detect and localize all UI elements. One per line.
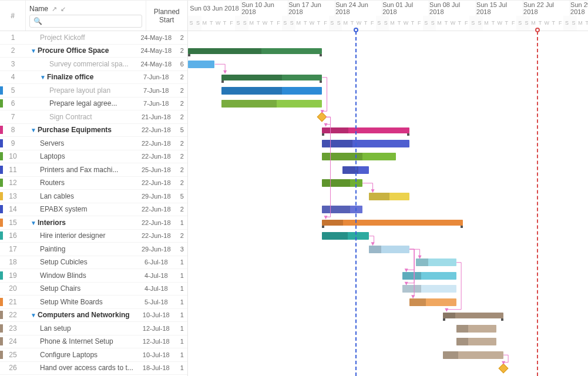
milestone[interactable] bbox=[498, 363, 508, 373]
row-name[interactable]: Routers bbox=[26, 179, 136, 187]
row-duration: 2 bbox=[177, 179, 187, 186]
row-name[interactable]: Lan setup bbox=[26, 324, 136, 333]
row-name[interactable]: Painting bbox=[26, 245, 136, 253]
svg-marker-2 bbox=[324, 123, 327, 127]
row-color-marker bbox=[0, 86, 3, 95]
task-row[interactable]: 16Hire interior designer22-Jun-182 bbox=[0, 230, 187, 243]
row-name[interactable]: ▼Finalize office bbox=[26, 73, 136, 81]
summary-bar[interactable] bbox=[188, 48, 322, 54]
task-row[interactable]: 26Hand over access cards to t...18-Jul-1… bbox=[0, 362, 187, 375]
row-index: 21 bbox=[0, 298, 26, 306]
expand-caret-icon[interactable]: ▼ bbox=[31, 220, 36, 226]
sort-desc-icon[interactable]: ↙ bbox=[61, 5, 66, 13]
task-row[interactable]: 22▼Computers and Networking10-Jul-181 bbox=[0, 309, 187, 323]
task-row[interactable]: 15▼Interiors22-Jun-181 bbox=[0, 216, 187, 230]
row-name[interactable]: Laptops bbox=[26, 152, 136, 160]
task-bar[interactable] bbox=[416, 258, 456, 266]
task-bar[interactable] bbox=[402, 272, 456, 280]
task-row[interactable]: 8▼Purchase Equipments22-Jun-185 bbox=[0, 124, 187, 137]
row-duration: 2 bbox=[177, 140, 187, 147]
task-row[interactable]: 21Setup White Boards5-Jul-181 bbox=[0, 296, 187, 309]
summary-bar[interactable] bbox=[443, 313, 503, 318]
task-row[interactable]: 11Printers and Fax machi...25-Jun-182 bbox=[0, 163, 187, 177]
task-bar[interactable] bbox=[221, 87, 322, 95]
search-input[interactable] bbox=[45, 17, 138, 25]
row-color-marker bbox=[0, 99, 3, 108]
row-name[interactable]: Printers and Fax machi... bbox=[26, 166, 136, 174]
expand-caret-icon[interactable]: ▼ bbox=[31, 312, 36, 318]
task-bar[interactable] bbox=[188, 61, 215, 68]
task-row[interactable]: 14EPABX system22-Jun-182 bbox=[0, 203, 187, 217]
summary-bar[interactable] bbox=[322, 220, 463, 226]
task-row[interactable]: 12Routers22-Jun-182 bbox=[0, 177, 187, 190]
col-planned-start-header[interactable]: Planned Start bbox=[146, 1, 187, 31]
row-duration: 6 bbox=[177, 61, 187, 68]
task-row[interactable]: 25Configure Laptops10-Jul-181 bbox=[0, 348, 187, 362]
row-name[interactable]: Phone & Internet Setup bbox=[26, 337, 136, 345]
task-row[interactable]: 23Lan setup12-Jul-181 bbox=[0, 322, 187, 335]
row-name[interactable]: Setup White Boards bbox=[26, 298, 136, 306]
col-index-header[interactable]: # bbox=[0, 1, 26, 31]
row-name[interactable]: Survey commercial spa... bbox=[26, 60, 136, 68]
expand-caret-icon[interactable]: ▼ bbox=[31, 48, 36, 54]
sort-asc-icon[interactable]: ↗ bbox=[52, 5, 57, 13]
row-name[interactable]: Prepare layout plan bbox=[26, 86, 136, 95]
row-name[interactable]: Lan cables bbox=[26, 192, 136, 200]
summary-bar[interactable] bbox=[221, 75, 322, 80]
task-bar[interactable] bbox=[369, 246, 409, 253]
task-row[interactable]: 4▼Finalize office7-Jun-182 bbox=[0, 71, 187, 85]
task-bar[interactable] bbox=[402, 285, 456, 293]
task-row[interactable]: 20Setup Chairs4-Jul-181 bbox=[0, 283, 187, 296]
task-row[interactable]: 1Project Kickoff24-May-182 bbox=[0, 31, 187, 45]
task-row[interactable]: 24Phone & Internet Setup12-Jul-181 bbox=[0, 335, 187, 349]
search-box[interactable]: 🔍 bbox=[29, 15, 142, 28]
row-name[interactable]: ▼Purchase Equipments bbox=[26, 126, 136, 134]
day-header: T bbox=[550, 16, 557, 31]
row-name[interactable]: Hire interior designer bbox=[26, 231, 136, 240]
progress-overlay bbox=[188, 48, 262, 54]
task-row[interactable]: 2▼Procure Office Space24-May-182 bbox=[0, 45, 187, 58]
row-name[interactable]: Prepare legal agree... bbox=[26, 99, 136, 108]
task-bar[interactable] bbox=[456, 325, 497, 333]
gantt-chart[interactable] bbox=[188, 31, 588, 376]
task-row[interactable]: 3Survey commercial spa...24-May-186 bbox=[0, 58, 187, 71]
row-name[interactable]: Setup Chairs bbox=[26, 284, 136, 293]
row-duration: 2 bbox=[177, 47, 187, 54]
task-bar[interactable] bbox=[443, 351, 503, 359]
task-row[interactable]: 5Prepare layout plan7-Jun-182 bbox=[0, 84, 187, 98]
task-row[interactable]: 7Sign Contract21-Jun-182 bbox=[0, 110, 187, 124]
task-bar[interactable] bbox=[456, 338, 497, 345]
expand-caret-icon[interactable]: ▼ bbox=[31, 127, 36, 133]
row-name[interactable]: Hand over access cards to t... bbox=[26, 364, 136, 372]
row-name[interactable]: ▼Procure Office Space bbox=[26, 46, 136, 55]
task-bar[interactable] bbox=[322, 232, 369, 240]
milestone[interactable] bbox=[317, 112, 327, 122]
row-name[interactable]: ▼Computers and Networking bbox=[26, 311, 136, 319]
summary-bar[interactable] bbox=[322, 127, 409, 133]
row-name[interactable]: Sign Contract bbox=[26, 113, 136, 121]
row-color-marker bbox=[0, 166, 3, 174]
task-bar[interactable] bbox=[369, 193, 409, 200]
task-row[interactable]: 9Servers22-Jun-182 bbox=[0, 137, 187, 150]
expand-caret-icon[interactable]: ▼ bbox=[40, 74, 46, 80]
task-row[interactable]: 18Setup Cubicles6-Jul-181 bbox=[0, 256, 187, 270]
task-row[interactable]: 19Window Blinds4-Jul-181 bbox=[0, 269, 187, 283]
row-name[interactable]: ▼Interiors bbox=[26, 219, 136, 227]
deadline-line bbox=[537, 31, 538, 376]
task-bar[interactable] bbox=[409, 298, 456, 306]
progress-overlay bbox=[221, 75, 282, 80]
task-bar[interactable] bbox=[221, 100, 322, 108]
task-bar[interactable] bbox=[322, 140, 409, 147]
task-row[interactable]: 13Lan cables29-Jun-185 bbox=[0, 190, 187, 203]
task-row[interactable]: 17Painting29-Jun-183 bbox=[0, 243, 187, 256]
task-row[interactable]: 6Prepare legal agree...7-Jun-182 bbox=[0, 98, 187, 111]
row-name[interactable]: Project Kickoff bbox=[26, 33, 136, 42]
task-row[interactable]: 10Laptops22-Jun-182 bbox=[0, 150, 187, 164]
row-name[interactable]: Setup Cubicles bbox=[26, 258, 136, 266]
col-name-label[interactable]: Name bbox=[29, 5, 48, 13]
row-name[interactable]: Servers bbox=[26, 139, 136, 147]
row-name[interactable]: Configure Laptops bbox=[26, 351, 136, 359]
row-name[interactable]: EPABX system bbox=[26, 205, 136, 213]
task-bar[interactable] bbox=[322, 153, 396, 160]
row-name[interactable]: Window Blinds bbox=[26, 271, 136, 280]
